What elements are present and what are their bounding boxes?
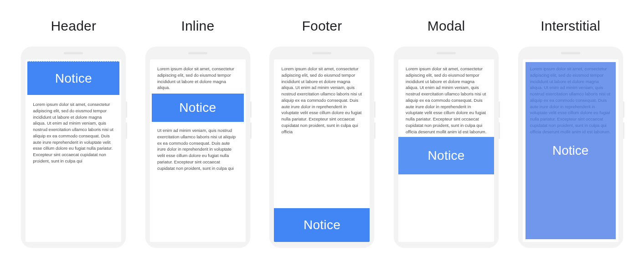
notice-banner-modal: Notice	[398, 137, 494, 174]
phone-mockup: Lorem ipsum dolor sit amet, consectetur …	[518, 47, 623, 247]
notice-label: Notice	[179, 100, 216, 115]
notice-label: Notice	[552, 143, 588, 158]
variant-modal: Modal Lorem ipsum dolor sit amet, consec…	[387, 18, 505, 247]
variant-footer: Footer Lorem ipsum dolor sit amet, conse…	[263, 18, 381, 247]
variant-title: Inline	[181, 18, 214, 34]
phone-screen: Lorem ipsum dolor sit amet, consectetur …	[150, 59, 246, 242]
variant-title: Footer	[302, 18, 342, 34]
notice-banner-header: Notice	[27, 61, 119, 95]
variant-title: Interstitial	[541, 18, 600, 34]
notice-banner-footer: Notice	[274, 208, 370, 242]
notice-label: Notice	[55, 71, 92, 86]
notice-placement-diagram: Header Notice Lorem ipsum dolor sit amet…	[0, 0, 644, 261]
notice-banner-inline: Notice	[152, 94, 244, 122]
notice-label: Notice	[428, 148, 464, 163]
phone-mockup: Lorem ipsum dolor sit amet, consectetur …	[394, 47, 499, 247]
phone-screen: Notice Lorem ipsum dolor sit amet, conse…	[26, 59, 121, 242]
notice-overlay-interstitial: Notice	[526, 62, 616, 239]
body-text-top: Lorem ipsum dolor sit amet, consectetur …	[150, 59, 246, 93]
variant-inline: Inline Lorem ipsum dolor sit amet, conse…	[139, 18, 257, 247]
phone-screen: Lorem ipsum dolor sit amet, consectetur …	[398, 59, 494, 242]
body-text: Lorem ipsum dolor sit amet, consectetur …	[26, 95, 121, 171]
phone-screen: Lorem ipsum dolor sit amet, consectetur …	[523, 59, 618, 242]
body-text: Lorem ipsum dolor sit amet, consectetur …	[274, 59, 370, 135]
variant-title: Modal	[428, 18, 465, 34]
notice-label: Notice	[304, 218, 340, 232]
variant-interstitial: Interstitial Lorem ipsum dolor sit amet,…	[511, 18, 630, 247]
body-text-bottom: Ut enim ad minim veniam, quis nostrud ex…	[150, 123, 246, 178]
phone-mockup: Lorem ipsum dolor sit amet, consectetur …	[269, 47, 374, 247]
phone-mockup: Notice Lorem ipsum dolor sit amet, conse…	[21, 47, 126, 247]
variant-header: Header Notice Lorem ipsum dolor sit amet…	[14, 18, 133, 247]
phone-mockup: Lorem ipsum dolor sit amet, consectetur …	[145, 47, 250, 247]
variant-title: Header	[51, 18, 97, 34]
body-text: Lorem ipsum dolor sit amet, consectetur …	[398, 59, 494, 141]
phone-screen: Lorem ipsum dolor sit amet, consectetur …	[274, 59, 370, 242]
